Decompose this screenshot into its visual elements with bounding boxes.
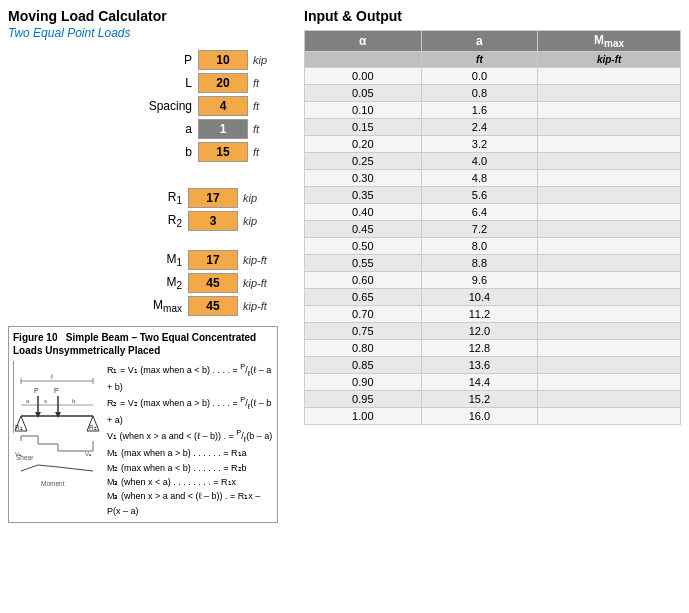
- table-row: 0.457.2: [305, 221, 681, 238]
- table-cell-17-2: [538, 357, 681, 374]
- input-row-spacing: Spacing ft: [8, 96, 288, 116]
- table-cell-13-0: 0.65: [305, 289, 422, 306]
- table-cell-8-1: 6.4: [421, 204, 538, 221]
- table-cell-15-0: 0.75: [305, 323, 422, 340]
- unit-L: ft: [248, 77, 288, 89]
- figure-content: P P ℓ a s b: [13, 361, 273, 518]
- formula-1: R₁ = V₁ (max when a < b) . . . . = P/ℓ(ℓ…: [107, 361, 273, 394]
- app-title: Moving Load Calculator: [8, 8, 288, 24]
- table-cell-11-0: 0.55: [305, 255, 422, 272]
- table-cell-5-2: [538, 153, 681, 170]
- formula-6: M₃ (when x < a) . . . . . . . . = R₁x: [107, 475, 273, 489]
- left-panel: Moving Load Calculator Two Equal Point L…: [8, 8, 288, 605]
- table-cell-17-1: 13.6: [421, 357, 538, 374]
- formula-4: M₁ (max when a > b) . . . . . . = R₁a: [107, 446, 273, 460]
- input-a[interactable]: [198, 119, 248, 139]
- formula-3: V₁ (when x > a and < (ℓ – b)) . = P/ℓ(b …: [107, 427, 273, 446]
- input-b[interactable]: [198, 142, 248, 162]
- output-row-Mmax: Mmax 45 kip-ft: [8, 296, 288, 316]
- table-cell-2-2: [538, 102, 681, 119]
- table-cell-3-2: [538, 119, 681, 136]
- table-cell-9-1: 7.2: [421, 221, 538, 238]
- table-cell-10-0: 0.50: [305, 238, 422, 255]
- table-row: 0.7011.2: [305, 306, 681, 323]
- table-cell-13-1: 10.4: [421, 289, 538, 306]
- col-subheader-mmax: kip-ft: [538, 52, 681, 68]
- table-row: 0.304.8: [305, 170, 681, 187]
- table-cell-14-2: [538, 306, 681, 323]
- input-L[interactable]: [198, 73, 248, 93]
- output-row-R1: R1 17 kip: [8, 188, 288, 208]
- label-P: P: [138, 53, 198, 67]
- table-cell-11-2: [538, 255, 681, 272]
- unit-Mmax: kip-ft: [238, 300, 288, 312]
- col-header-a: a: [421, 31, 538, 52]
- table-cell-3-1: 2.4: [421, 119, 538, 136]
- table-subheader-row: ft kip-ft: [305, 52, 681, 68]
- unit-M1: kip-ft: [238, 254, 288, 266]
- label-b: b: [138, 145, 198, 159]
- col-subheader-a: ft: [421, 52, 538, 68]
- label-a: a: [138, 122, 198, 136]
- table-cell-16-0: 0.80: [305, 340, 422, 357]
- subtitle: Two Equal Point Loads: [8, 26, 288, 40]
- unit-spacing: ft: [248, 100, 288, 112]
- svg-text:R₂: R₂: [89, 424, 97, 431]
- input-row-b: b ft: [8, 142, 288, 162]
- svg-text:P: P: [54, 387, 59, 394]
- input-spacing[interactable]: [198, 96, 248, 116]
- figure-diagram: P P ℓ a s b: [13, 361, 103, 518]
- unit-R2: kip: [238, 215, 288, 227]
- table-cell-10-2: [538, 238, 681, 255]
- output-M2: 45: [188, 273, 238, 293]
- input-row-P: P kip: [8, 50, 288, 70]
- table-cell-12-0: 0.60: [305, 272, 422, 289]
- table-cell-6-0: 0.30: [305, 170, 422, 187]
- formula-5: M₂ (max when a < b) . . . . . . = R₂b: [107, 461, 273, 475]
- table-cell-7-2: [538, 187, 681, 204]
- svg-text:a: a: [26, 398, 30, 404]
- label-R1: R1: [128, 190, 188, 206]
- table-cell-19-0: 0.95: [305, 391, 422, 408]
- table-body: 0.000.00.050.80.101.60.152.40.203.20.254…: [305, 68, 681, 425]
- input-P[interactable]: [198, 50, 248, 70]
- table-cell-7-1: 5.6: [421, 187, 538, 204]
- output-Mmax: 45: [188, 296, 238, 316]
- table-cell-0-2: [538, 68, 681, 85]
- table-row: 0.000.0: [305, 68, 681, 85]
- label-L: L: [138, 76, 198, 90]
- table-row: 0.9014.4: [305, 374, 681, 391]
- figure-formulas: R₁ = V₁ (max when a < b) . . . . = P/ℓ(ℓ…: [107, 361, 273, 518]
- unit-P: kip: [248, 54, 288, 66]
- table-cell-13-2: [538, 289, 681, 306]
- label-Mmax: Mmax: [128, 298, 188, 314]
- svg-text:R₁: R₁: [15, 424, 23, 431]
- table-cell-5-0: 0.25: [305, 153, 422, 170]
- table-row: 0.050.8: [305, 85, 681, 102]
- table-cell-20-2: [538, 408, 681, 425]
- table-cell-14-0: 0.70: [305, 306, 422, 323]
- table-cell-20-0: 1.00: [305, 408, 422, 425]
- table-row: 0.558.8: [305, 255, 681, 272]
- formula-2: R₂ = V₂ (max when a > b) . . . . = P/ℓ(ℓ…: [107, 394, 273, 427]
- table-cell-2-1: 1.6: [421, 102, 538, 119]
- table-cell-1-0: 0.05: [305, 85, 422, 102]
- table-cell-18-0: 0.90: [305, 374, 422, 391]
- table-row: 0.508.0: [305, 238, 681, 255]
- data-table: α a Mmax ft kip-ft 0.000.00.050.80.101.6…: [304, 30, 681, 425]
- label-spacing: Spacing: [138, 99, 198, 113]
- table-title: Input & Output: [304, 8, 681, 24]
- table-cell-1-1: 0.8: [421, 85, 538, 102]
- label-M2: M2: [128, 275, 188, 291]
- table-cell-15-1: 12.0: [421, 323, 538, 340]
- table-row: 0.9515.2: [305, 391, 681, 408]
- table-row: 0.101.6: [305, 102, 681, 119]
- table-cell-9-0: 0.45: [305, 221, 422, 238]
- table-row: 0.355.6: [305, 187, 681, 204]
- figure-title: Figure 10 Simple Beam – Two Equal Concen…: [13, 331, 273, 357]
- table-cell-0-1: 0.0: [421, 68, 538, 85]
- svg-text:V₂: V₂: [85, 451, 92, 457]
- label-M1: M1: [128, 252, 188, 268]
- unit-M2: kip-ft: [238, 277, 288, 289]
- table-cell-7-0: 0.35: [305, 187, 422, 204]
